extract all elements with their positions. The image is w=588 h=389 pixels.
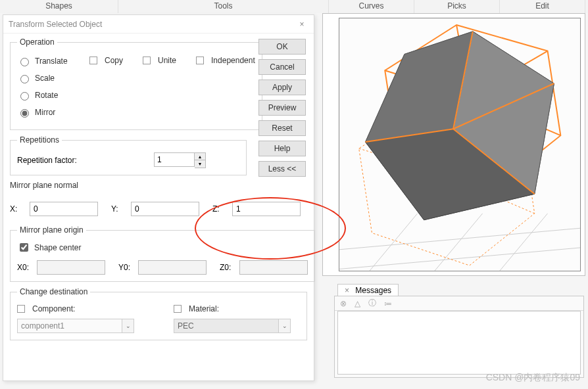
repetition-factor-spinner[interactable]: ▲ ▼: [154, 152, 206, 168]
svg-line-0: [339, 227, 580, 253]
mirror-y-input[interactable]: [131, 202, 199, 216]
origin-x0-input: [37, 260, 105, 275]
origin-y0-input: [138, 260, 207, 275]
ribbon-tabs: Shapes Tools Curves Picks Edit: [0, 0, 588, 13]
mirror-origin-legend: Mirror plane origin: [17, 225, 86, 235]
radio-scale[interactable]: Scale: [17, 73, 89, 83]
radio-translate[interactable]: Translate: [17, 56, 89, 66]
x0-label: X0:: [17, 263, 32, 272]
transform-dialog: Transform Selected Object × OK Cancel Ap…: [3, 14, 314, 381]
material-select[interactable]: ⌄: [174, 319, 291, 333]
mirror-z-input[interactable]: [232, 202, 301, 216]
material-select-input: [174, 319, 279, 333]
component-select-input: [17, 319, 122, 333]
radio-mirror[interactable]: Mirror: [17, 107, 89, 118]
close-icon[interactable]: ×: [295, 20, 308, 29]
messages-body[interactable]: [337, 311, 581, 375]
mirror-origin-fieldset: Mirror plane origin Shape center X0: Y0:…: [10, 225, 315, 282]
spin-up-icon[interactable]: ▲: [195, 153, 205, 160]
dialog-titlebar[interactable]: Transform Selected Object ×: [3, 15, 314, 34]
info-icon[interactable]: ⓘ: [368, 298, 376, 309]
operation-fieldset: Operation Translate Scale Rotate Mirror …: [10, 37, 262, 130]
y-label: Y:: [111, 204, 126, 214]
filter-icon[interactable]: ≔: [384, 299, 392, 308]
svg-line-1: [339, 246, 580, 271]
viewport-3d[interactable]: [322, 13, 585, 276]
repetitions-legend: Repetitions: [17, 135, 62, 145]
tab-tools[interactable]: Tools: [118, 0, 329, 13]
checkbox-shape-center[interactable]: Shape center: [17, 241, 308, 254]
chevron-down-icon[interactable]: ⌄: [122, 319, 134, 333]
error-icon[interactable]: ⊗: [340, 299, 347, 308]
mirror-normal-label: Mirror plane normal: [10, 181, 307, 190]
checkbox-material[interactable]: Material:: [174, 304, 291, 313]
mirror-x-input[interactable]: [30, 202, 98, 216]
radio-rotate[interactable]: Rotate: [17, 90, 89, 101]
checkbox-component[interactable]: Component:: [17, 304, 134, 313]
messages-tab-label: Messages: [355, 286, 391, 295]
destination-legend: Change destination: [17, 287, 90, 296]
tab-edit[interactable]: Edit: [500, 0, 585, 13]
less-button[interactable]: Less <<: [258, 161, 306, 177]
cancel-button[interactable]: Cancel: [258, 59, 306, 75]
chevron-down-icon[interactable]: ⌄: [279, 319, 291, 333]
operation-legend: Operation: [17, 37, 57, 47]
svg-line-2: [353, 214, 418, 271]
tab-curves[interactable]: Curves: [329, 0, 414, 13]
mirror-normal-row: X: Y: Z:: [10, 202, 307, 216]
y0-label: Y0:: [118, 263, 133, 272]
destination-fieldset: Change destination Component: ⌄ Material…: [10, 287, 307, 340]
ok-button[interactable]: OK: [258, 39, 306, 55]
svg-line-4: [483, 214, 548, 271]
messages-toolbar: ⊗ △ ⓘ ≔: [335, 296, 583, 311]
tab-picks[interactable]: Picks: [414, 0, 500, 13]
watermark: CSDN @内卷程序猿09: [486, 372, 580, 384]
z0-label: Z0:: [220, 263, 234, 272]
apply-button[interactable]: Apply: [258, 80, 306, 95]
checkbox-independent[interactable]: Independent: [196, 56, 255, 65]
spin-down-icon[interactable]: ▼: [195, 160, 205, 168]
repetition-factor-label: Repetition factor:: [17, 156, 149, 165]
messages-panel: × Messages ⊗ △ ⓘ ≔: [334, 296, 584, 378]
close-icon[interactable]: ×: [345, 286, 349, 295]
x-label: X:: [10, 204, 24, 214]
messages-tab[interactable]: × Messages: [337, 284, 399, 296]
checkbox-unite[interactable]: Unite: [143, 56, 176, 65]
origin-z0-input: [239, 260, 308, 275]
repetitions-fieldset: Repetitions Repetition factor: ▲ ▼: [10, 135, 247, 175]
warning-icon[interactable]: △: [355, 299, 360, 308]
cube-render: [339, 18, 580, 271]
dialog-title: Transform Selected Object: [9, 20, 295, 29]
z-label: Z:: [212, 204, 227, 214]
reset-button[interactable]: Reset: [258, 120, 306, 136]
component-select[interactable]: ⌄: [17, 319, 134, 333]
preview-button[interactable]: Preview: [258, 100, 306, 116]
tab-shapes[interactable]: Shapes: [0, 0, 118, 13]
checkbox-copy[interactable]: Copy: [89, 56, 123, 65]
dialog-button-column: OK Cancel Apply Preview Reset Help Less …: [258, 39, 306, 177]
repetition-factor-input[interactable]: [154, 152, 195, 167]
help-button[interactable]: Help: [258, 141, 306, 156]
